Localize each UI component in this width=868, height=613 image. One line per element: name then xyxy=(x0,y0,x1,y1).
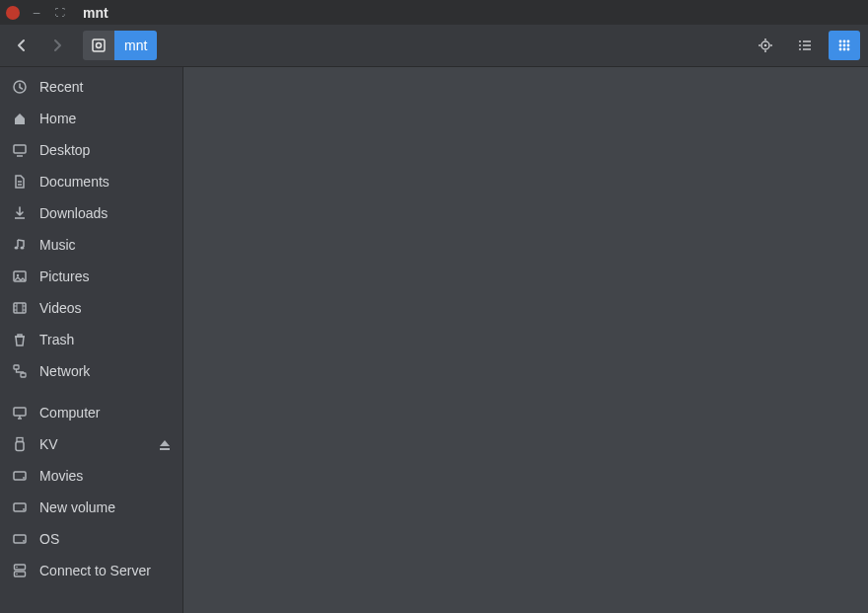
sidebar-item-videos[interactable]: Videos xyxy=(0,292,182,324)
documents-icon xyxy=(12,174,28,190)
computer-icon xyxy=(12,405,28,421)
window-maximize-button[interactable]: ⛶ xyxy=(53,8,67,18)
main-area: RecentHomeDesktopDocumentsDownloadsMusic… xyxy=(0,67,868,613)
downloads-icon xyxy=(12,205,28,221)
sidebar-item-home[interactable]: Home xyxy=(0,103,182,134)
drive-icon xyxy=(12,468,28,484)
sidebar-item-desktop[interactable]: Desktop xyxy=(0,134,182,166)
sidebar-item-label: Music xyxy=(39,237,76,253)
locate-icon xyxy=(758,38,773,53)
trash-icon xyxy=(12,332,28,347)
sidebar-places-section: RecentHomeDesktopDocumentsDownloadsMusic… xyxy=(0,71,182,397)
sidebar-item-os[interactable]: OS xyxy=(0,523,182,555)
sidebar-item-music[interactable]: Music xyxy=(0,229,182,261)
grid-icon xyxy=(836,38,852,53)
list-icon xyxy=(797,38,813,53)
sidebar-item-network[interactable]: Network xyxy=(0,355,182,387)
sidebar-item-computer[interactable]: Computer xyxy=(0,397,182,428)
sidebar-item-label: Connect to Server xyxy=(39,563,151,578)
sidebar-devices-section: ComputerKVMoviesNew volumeOSConnect to S… xyxy=(0,397,182,596)
disk-icon xyxy=(91,38,107,53)
view-grid-button[interactable] xyxy=(829,31,860,60)
window-close-button[interactable] xyxy=(6,6,20,20)
sidebar-item-label: Home xyxy=(39,111,76,126)
chevron-right-icon xyxy=(49,38,65,53)
recent-icon xyxy=(12,79,28,95)
sidebar-item-label: Trash xyxy=(39,332,74,347)
sidebar-item-downloads[interactable]: Downloads xyxy=(0,197,182,229)
sidebar-item-pictures[interactable]: Pictures xyxy=(0,261,182,292)
music-icon xyxy=(12,237,28,253)
sidebar-item-kv[interactable]: KV xyxy=(0,428,182,460)
folder-content[interactable] xyxy=(183,67,868,613)
path-root-button[interactable] xyxy=(83,31,114,60)
sidebar-item-movies[interactable]: Movies xyxy=(0,460,182,492)
sidebar-item-label: OS xyxy=(39,531,59,547)
desktop-icon xyxy=(12,142,28,158)
server-icon xyxy=(12,563,28,578)
path-segment-label: mnt xyxy=(124,38,147,53)
drive-icon xyxy=(12,531,28,547)
sidebar-item-label: Pictures xyxy=(39,268,90,284)
sidebar-item-connect-to-server[interactable]: Connect to Server xyxy=(0,555,182,586)
sidebar-item-new-volume[interactable]: New volume xyxy=(0,492,182,523)
view-list-button[interactable] xyxy=(789,31,821,60)
sidebar-item-label: Movies xyxy=(39,468,83,484)
sidebar-item-label: New volume xyxy=(39,499,115,515)
eject-icon[interactable] xyxy=(157,437,171,451)
videos-icon xyxy=(12,300,28,316)
sidebar-item-label: Downloads xyxy=(39,205,108,221)
path-bar: mnt xyxy=(83,31,157,60)
sidebar-item-label: Videos xyxy=(39,300,82,316)
network-icon xyxy=(12,363,28,379)
nav-back-button[interactable] xyxy=(8,31,36,60)
sidebar-item-label: Documents xyxy=(39,174,109,190)
sidebar-item-documents[interactable]: Documents xyxy=(0,166,182,197)
nav-forward-button[interactable] xyxy=(43,31,71,60)
path-segment-current[interactable]: mnt xyxy=(114,31,157,60)
sidebar-item-trash[interactable]: Trash xyxy=(0,324,182,355)
usb-icon xyxy=(12,436,28,452)
sidebar: RecentHomeDesktopDocumentsDownloadsMusic… xyxy=(0,67,183,613)
window-title: mnt xyxy=(83,5,108,21)
home-icon xyxy=(12,111,28,126)
sidebar-item-label: Network xyxy=(39,363,90,379)
toolbar: mnt xyxy=(0,25,868,67)
sidebar-item-label: Recent xyxy=(39,79,83,95)
window-minimize-button[interactable]: – xyxy=(30,7,43,19)
sidebar-item-label: KV xyxy=(39,436,58,452)
titlebar: – ⛶ mnt xyxy=(0,0,868,25)
chevron-left-icon xyxy=(14,38,30,53)
drive-icon xyxy=(12,499,28,515)
sidebar-item-label: Computer xyxy=(39,405,100,421)
pictures-icon xyxy=(12,268,28,284)
sidebar-item-recent[interactable]: Recent xyxy=(0,71,182,103)
locate-button[interactable] xyxy=(750,31,781,60)
sidebar-item-label: Desktop xyxy=(39,142,90,158)
